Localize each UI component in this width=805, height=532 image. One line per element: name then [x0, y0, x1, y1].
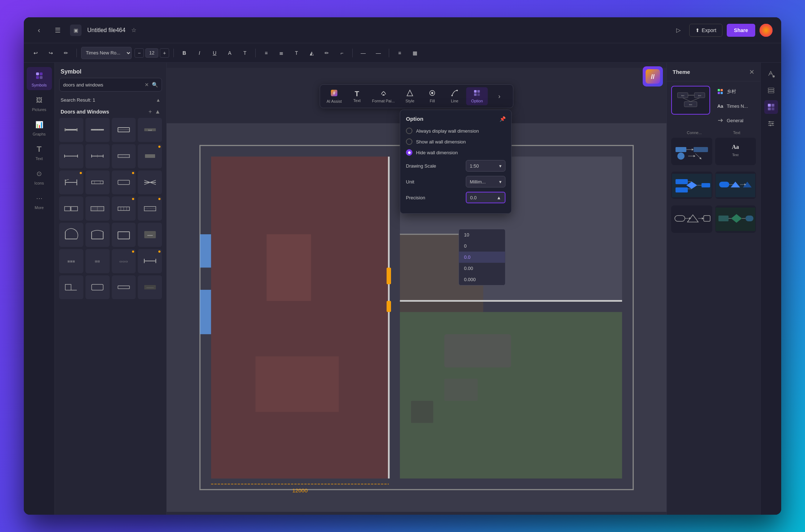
font-color-button[interactable]: A	[224, 47, 236, 59]
symbol-cell-16[interactable]	[138, 196, 162, 221]
symbol-cell-10[interactable]	[85, 170, 110, 195]
option-hide-row[interactable]: Hide wall dimension	[406, 149, 506, 156]
symbol-cell-27[interactable]	[112, 275, 136, 300]
list-style-button[interactable]: ≡	[393, 47, 406, 59]
symbol-cell-15[interactable]	[112, 196, 136, 221]
menu-button[interactable]: ☰	[51, 24, 64, 37]
underline-button[interactable]: U	[208, 47, 221, 59]
font-family-select[interactable]: Times New Ro...	[81, 47, 132, 59]
search-input[interactable]	[63, 82, 142, 88]
symbol-cell-8[interactable]	[138, 144, 162, 168]
layers-button[interactable]	[764, 84, 778, 97]
theme-card-connector[interactable]	[671, 138, 712, 165]
ft-line-button[interactable]: Line	[444, 87, 466, 105]
precision-select[interactable]: 0.0 ▲	[466, 192, 506, 203]
symbol-cell-1[interactable]	[59, 118, 83, 142]
symbol-cell-25[interactable]	[59, 275, 83, 300]
option-popup-pin-button[interactable]: 📌	[500, 116, 506, 122]
favorite-button[interactable]: ☆	[131, 27, 136, 34]
ft-ai-assist-button[interactable]: // AI Assist	[323, 87, 345, 106]
share-button[interactable]: Share	[727, 24, 755, 37]
theme-card-blue-shapes[interactable]	[715, 172, 756, 199]
sidebar-item-pictures[interactable]: 🖼 Pictures	[27, 92, 52, 115]
symbol-cell-12[interactable]	[138, 170, 162, 195]
highlight-button[interactable]: ◭	[305, 47, 318, 59]
sidebar-item-more[interactable]: ⋯ More	[27, 190, 52, 213]
sidebar-item-symbols[interactable]: Symbols	[27, 67, 52, 90]
symbol-cell-6[interactable]	[85, 144, 110, 168]
search-clear-button[interactable]: ✕	[145, 82, 149, 88]
radio-hide[interactable]	[406, 149, 413, 156]
prec-item-10[interactable]: 10	[459, 229, 505, 240]
section-add-button[interactable]: +	[149, 108, 152, 115]
symbol-cell-5[interactable]	[59, 144, 83, 168]
prec-item-0-00[interactable]: 0.00	[459, 263, 505, 274]
ft-text-button[interactable]: T Text	[346, 88, 368, 105]
symbol-cell-21[interactable]: ⊞⊞⊞	[59, 249, 83, 273]
text-format-T-button[interactable]: T	[290, 47, 303, 59]
symbol-cell-23[interactable]: ▭▭▭	[112, 249, 136, 273]
theme-card-text[interactable]: Aa Text	[715, 138, 756, 165]
symbol-cell-11[interactable]	[112, 170, 136, 195]
theme-close-button[interactable]: ✕	[749, 68, 755, 76]
symbol-cell-28[interactable]: ――――	[138, 275, 162, 300]
connector-button[interactable]: ⌐	[336, 47, 348, 59]
symbol-cell-14[interactable]	[85, 196, 110, 221]
canvas-scrollbar[interactable]	[167, 63, 667, 68]
symbol-cell-22[interactable]: ⊟⊟	[85, 249, 110, 273]
option-show-all-row[interactable]: Show all wall dimension	[406, 138, 506, 145]
grid-button[interactable]: ▦	[409, 47, 421, 59]
redo-button[interactable]: ↪	[45, 47, 57, 59]
theme-option-general[interactable]: General	[714, 115, 756, 126]
symbol-cell-7[interactable]	[112, 144, 136, 168]
theme-option-font[interactable]: Aa Times N...	[714, 100, 756, 112]
play-button[interactable]: ▷	[672, 24, 685, 37]
symbol-cell-9[interactable]	[59, 170, 83, 195]
format-button[interactable]: ✏	[60, 47, 72, 59]
symbol-cell-24[interactable]	[138, 249, 162, 273]
pen-button[interactable]: ✏	[321, 47, 333, 59]
symbol-cell-26[interactable]	[85, 275, 110, 300]
symbol-cell-3[interactable]	[112, 118, 136, 142]
paint-bucket-button[interactable]	[764, 67, 778, 81]
back-button[interactable]: ‹	[32, 24, 45, 37]
align-menu-button[interactable]: ≣	[275, 47, 287, 59]
search-button[interactable]: 🔍	[152, 82, 158, 88]
sidebar-item-graphs[interactable]: 📊 Graphs	[27, 116, 52, 139]
option-always-display-row[interactable]: Always display wall dimension	[406, 128, 506, 134]
symbol-cell-17[interactable]	[59, 223, 83, 247]
symbol-cell-2[interactable]	[85, 118, 110, 142]
prec-item-0-000[interactable]: 0.000	[459, 274, 505, 285]
ft-fill-button[interactable]: Fill	[422, 87, 443, 105]
prec-item-0-0[interactable]: 0.0	[459, 252, 505, 263]
sidebar-item-icons[interactable]: ⊙ Icons	[27, 165, 52, 188]
ft-option-button[interactable]: Option	[466, 87, 488, 105]
line-style2-button[interactable]: —	[372, 47, 384, 59]
export-button[interactable]: ⬆ Export	[689, 24, 722, 37]
symbol-cell-18[interactable]	[85, 223, 110, 247]
align-left-button[interactable]: ≡	[260, 47, 272, 59]
symbol-cell-13[interactable]	[59, 196, 83, 221]
theme-option-grid[interactable]: 乡村	[714, 86, 756, 97]
ft-more-button[interactable]: ›	[489, 91, 510, 102]
undo-button[interactable]: ↩	[30, 47, 42, 59]
ft-style-button[interactable]: Style	[399, 87, 421, 105]
section-collapse-button[interactable]: ▲	[155, 108, 160, 115]
font-size-plus-button[interactable]: +	[160, 48, 169, 58]
radio-show-all[interactable]	[406, 138, 413, 145]
radio-always-display[interactable]	[406, 128, 413, 134]
theme-card-diamond-flow[interactable]	[715, 205, 756, 233]
prec-item-0[interactable]: 0	[459, 240, 505, 252]
symbol-cell-19[interactable]	[112, 223, 136, 247]
settings-list-button[interactable]	[764, 117, 778, 130]
grid-view-button[interactable]	[764, 100, 778, 114]
theme-preview-box[interactable]: text text text	[671, 86, 710, 115]
sidebar-item-text[interactable]: T Text	[27, 141, 52, 164]
bold-button[interactable]: B	[178, 47, 190, 59]
symbol-cell-4[interactable]: label	[138, 118, 162, 142]
italic-button[interactable]: I	[193, 47, 206, 59]
line-style-button[interactable]: —	[357, 47, 369, 59]
drawing-scale-select[interactable]: 1:50 ▾	[466, 160, 506, 172]
theme-card-outline-shapes[interactable]	[671, 205, 712, 233]
result-collapse-button[interactable]: ▲	[156, 97, 160, 103]
